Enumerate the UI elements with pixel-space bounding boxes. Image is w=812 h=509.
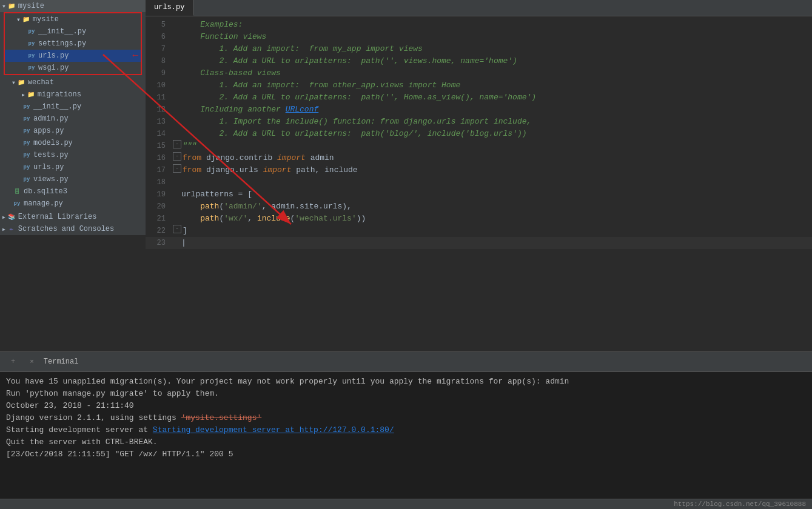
fold-marker[interactable]: - xyxy=(173,152,181,161)
sidebar-item-wechat[interactable]: ▼ 📁 wechat xyxy=(0,76,146,88)
code-line-9: 9 Class-based views xyxy=(146,67,812,79)
sidebar-item-mysite-root[interactable]: ▼ 📁 mysite xyxy=(0,0,146,12)
sidebar-item-init[interactable]: py __init__.py xyxy=(5,25,141,38)
sidebar-item-manage[interactable]: py manage.py xyxy=(0,198,146,210)
terminal-line-6: Quit the server with CTRL-BREAK. xyxy=(6,436,806,448)
item-label: External Libraries xyxy=(18,213,97,221)
terminal-line-2: Run 'python manage.py migrate' to apply … xyxy=(6,388,806,400)
py-icon: py xyxy=(12,199,22,208)
expand-icon: ▶ xyxy=(22,92,25,98)
code-line-5: 5 Examples: xyxy=(146,19,812,31)
fold-marker[interactable]: - xyxy=(173,225,181,233)
item-label: settings.py xyxy=(38,39,86,48)
sidebar-item-views[interactable]: py views.py xyxy=(0,173,146,185)
sidebar-item-settings[interactable]: py settings.py xyxy=(5,38,141,50)
code-line-16: 16 - from django.contrib import admin xyxy=(146,152,812,164)
terminal-close-button[interactable]: × xyxy=(26,355,38,368)
item-label: manage.py xyxy=(24,199,63,208)
lib-icon: 📚 xyxy=(7,212,16,222)
sidebar-item-tests[interactable]: py tests.py xyxy=(0,149,146,161)
terminal-add-button[interactable]: + xyxy=(6,354,20,369)
editor-content[interactable]: 5 Examples: 6 Function views 7 1. Add an… xyxy=(146,16,812,351)
item-label: wechat xyxy=(28,78,54,87)
item-label: apps.py xyxy=(33,127,64,135)
tab-urls-py[interactable]: urls.py xyxy=(146,0,193,16)
item-label: urls.py xyxy=(33,163,64,171)
py-icon: py xyxy=(22,175,32,184)
folder-icon: 📁 xyxy=(26,90,36,99)
code-line-6: 6 Function views xyxy=(146,31,812,43)
tab-label: urls.py xyxy=(154,3,184,12)
item-label: Scratches and Consoles xyxy=(18,225,114,233)
sidebar-item-scratches[interactable]: ▶ ✏ Scratches and Consoles xyxy=(0,223,146,235)
py-icon: py xyxy=(22,138,32,148)
folder-icon: 📁 xyxy=(21,15,31,24)
py-icon: py xyxy=(22,162,32,172)
arrow-indicator: ← xyxy=(132,50,138,61)
py-icon: py xyxy=(27,63,36,73)
item-label: __init__.py xyxy=(38,27,86,36)
dev-server-link[interactable]: Starting development server at http://12… xyxy=(153,425,394,434)
sidebar-item-mysite-inner[interactable]: ▼ 📁 mysite xyxy=(5,13,141,25)
terminal-line-5: Starting development server at Starting … xyxy=(6,424,806,436)
code-line-13: 13 1. Import the include() function: fro… xyxy=(146,116,812,128)
terminal-title: Terminal xyxy=(44,358,79,366)
py-icon: py xyxy=(22,102,32,111)
sidebar: ▼ 📁 mysite ▼ 📁 mysite py __init__.py py xyxy=(0,0,146,351)
item-label: db.sqlite3 xyxy=(24,187,67,196)
sidebar-item-wechat-init[interactable]: py __init__.py xyxy=(0,101,146,113)
code-line-14: 14 2. Add a URL to urlpatterns: path('bl… xyxy=(146,128,812,140)
strikethrough-settings: 'mysite.settings' xyxy=(181,413,262,422)
py-icon: py xyxy=(22,126,32,136)
fold-marker[interactable]: - xyxy=(173,164,181,173)
sidebar-item-migrations[interactable]: ▶ 📁 migrations xyxy=(0,88,146,101)
code-line-10: 10 1. Add an import: from other_app.view… xyxy=(146,79,812,91)
folder-icon: 📁 xyxy=(16,78,26,87)
item-label: models.py xyxy=(33,139,73,147)
item-label: __init__.py xyxy=(33,102,81,111)
terminal-footer: https://blog.csdn.net/qq_39610888 xyxy=(0,499,812,509)
item-label: wsgi.py xyxy=(38,64,69,72)
sidebar-item-db[interactable]: 🗄 db.sqlite3 xyxy=(0,185,146,198)
folder-icon: 📁 xyxy=(7,1,16,11)
expand-icon: ▼ xyxy=(12,80,15,85)
code-line-22: 22 - ] xyxy=(146,225,812,237)
footer-link: https://blog.csdn.net/qq_39610888 xyxy=(674,501,806,508)
code-line-19: 19 urlpatterns = [ xyxy=(146,188,812,201)
code-line-12: 12 Including another URLconf xyxy=(146,104,812,116)
editor: urls.py 5 Examples: 6 Function views 7 xyxy=(146,0,812,351)
item-label: views.py xyxy=(33,175,69,184)
code-line-20: 20 path('admin/', admin.site.urls), xyxy=(146,201,812,213)
sidebar-item-wsgi[interactable]: py wsgi.py xyxy=(5,62,141,74)
terminal-line-3: October 23, 2018 - 21:11:40 xyxy=(6,400,806,412)
item-label: admin.py xyxy=(33,115,69,123)
py-icon: py xyxy=(22,150,32,160)
fold-marker[interactable]: - xyxy=(173,140,181,148)
sidebar-item-wechat-urls[interactable]: py urls.py xyxy=(0,161,146,173)
terminal-line-1: You have 15 unapplied migration(s). Your… xyxy=(6,376,806,388)
file-tree: ▼ 📁 mysite ▼ 📁 mysite py __init__.py py xyxy=(0,0,146,235)
code-line-23: 23 | xyxy=(146,237,812,249)
item-label: migrations xyxy=(38,90,81,99)
sidebar-item-admin[interactable]: py admin.py xyxy=(0,113,146,125)
tab-bar: urls.py xyxy=(146,0,812,16)
sidebar-item-urls[interactable]: py urls.py ← xyxy=(5,50,141,62)
terminal-content[interactable]: You have 15 unapplied migration(s). Your… xyxy=(0,372,812,499)
code-line-21: 21 path('wx/', include('wechat.urls')) xyxy=(146,213,812,225)
sidebar-item-external-libs[interactable]: ▶ 📚 External Libraries xyxy=(0,211,146,223)
sidebar-item-models[interactable]: py models.py xyxy=(0,137,146,149)
py-icon: py xyxy=(27,51,36,61)
item-label: mysite xyxy=(18,2,44,10)
code-line-15: 15 - """ xyxy=(146,140,812,152)
terminal-line-7: [23/Oct/2018 21:11:55] "GET /wx/ HTTP/1.… xyxy=(6,448,806,461)
terminal-header: + × Terminal xyxy=(0,352,812,372)
py-icon: py xyxy=(27,27,36,36)
item-label: urls.py xyxy=(38,52,69,60)
expand-icon: ▶ xyxy=(2,227,5,232)
scratch-icon: ✏ xyxy=(7,224,16,234)
py-icon: py xyxy=(27,39,36,48)
item-label: mysite xyxy=(33,15,59,24)
py-icon: py xyxy=(22,114,32,124)
expand-icon: ▼ xyxy=(17,17,20,22)
sidebar-item-apps[interactable]: py apps.py xyxy=(0,125,146,137)
